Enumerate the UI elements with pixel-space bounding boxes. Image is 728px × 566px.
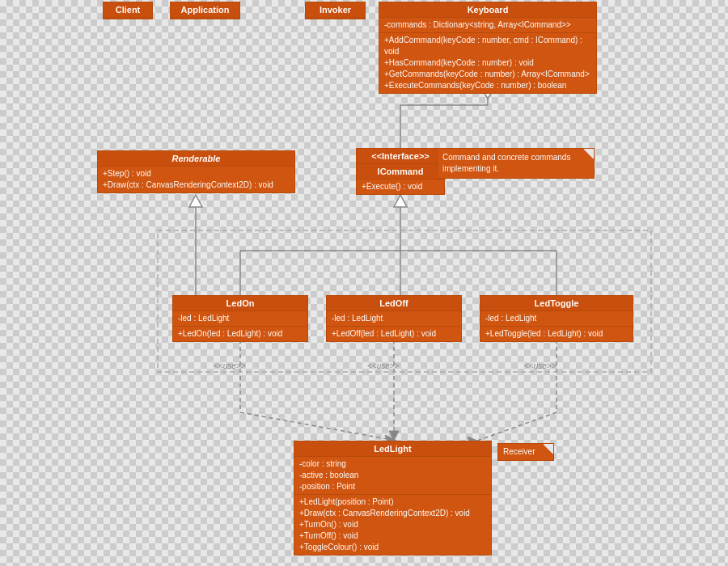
invoker-header: Invoker [306, 2, 365, 18]
ledoff-fields: -led : LedLight [327, 311, 461, 327]
ledtoggle-class: LedToggle -led : LedLight +LedToggle(led… [480, 295, 633, 342]
renderable-methods: +Step() : void +Draw(ctx : CanvasRenderi… [98, 167, 294, 192]
icommand-header: ICommand [357, 164, 444, 180]
ledoff-header: LedOff [327, 296, 461, 311]
renderable-header: Renderable [98, 151, 294, 167]
keyboard-class: Keyboard -commands : Dictionary<string, … [379, 2, 597, 94]
svg-marker-16 [389, 431, 399, 441]
ledoff-methods: +LedOff(led : LedLight) : void [327, 327, 461, 341]
svg-line-13 [240, 412, 396, 441]
renderable-class: Renderable +Step() : void +Draw(ctx : Ca… [97, 150, 295, 193]
ledon-class: LedOn -led : LedLight +LedOn(led : LedLi… [172, 295, 308, 342]
invoker-class: Invoker [305, 2, 366, 19]
keyboard-header: Keyboard [379, 2, 596, 18]
ledon-header: LedOn [173, 296, 307, 311]
application-header: Application [171, 2, 239, 18]
icommand-stereotype: <<Interface>> [357, 149, 444, 164]
receiver-note: Receiver [497, 443, 554, 461]
ledon-use-label: <<use>> [214, 361, 245, 370]
ledlight-class: LedLight -color : string -active : boole… [294, 441, 492, 555]
ledlight-methods: +LedLight(position : Point) +Draw(ctx : … [294, 495, 491, 555]
keyboard-methods: +AddCommand(keyCode : number, cmd : ICom… [379, 33, 596, 93]
command-note: Command and concrete commands implementi… [437, 148, 595, 179]
ledlight-header: LedLight [294, 441, 491, 457]
ledoff-use-label: <<use>> [367, 361, 399, 370]
ledon-fields: -led : LedLight [173, 311, 307, 327]
svg-line-18 [477, 412, 557, 441]
ledtoggle-header: LedToggle [480, 296, 633, 311]
command-note-text: Command and concrete commands implementi… [442, 153, 570, 173]
icommand-methods: +Execute() : void [357, 180, 444, 194]
ledtoggle-use-label: <<use>> [524, 361, 556, 370]
keyboard-fields: -commands : Dictionary<string, Array<ICo… [379, 18, 596, 33]
svg-marker-11 [394, 195, 407, 207]
client-class: Client [103, 2, 153, 19]
ledtoggle-methods: +LedToggle(led : LedLight) : void [480, 327, 633, 341]
icommand-class: <<Interface>> ICommand +Execute() : void [356, 148, 445, 195]
receiver-text: Receiver [503, 447, 535, 456]
svg-marker-5 [189, 195, 202, 207]
ledtoggle-fields: -led : LedLight [480, 311, 633, 327]
client-header: Client [104, 2, 152, 18]
ledoff-class: LedOff -led : LedLight +LedOff(led : Led… [326, 295, 462, 342]
ledon-methods: +LedOn(led : LedLight) : void [173, 327, 307, 341]
ledlight-fields: -color : string -active : boolean -posit… [294, 457, 491, 495]
application-class: Application [170, 2, 240, 19]
